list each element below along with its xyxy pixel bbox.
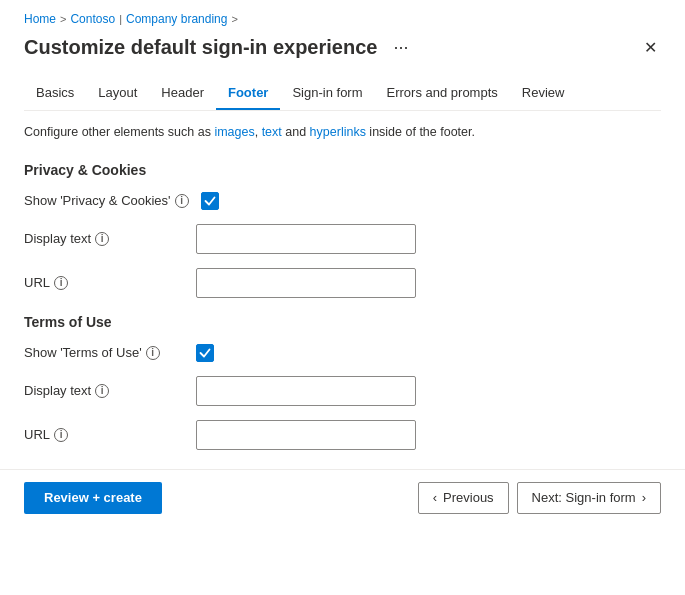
terms-display-text-row: Display text i [24,376,661,406]
terms-show-label: Show 'Terms of Use' i [24,345,184,360]
tab-basics[interactable]: Basics [24,77,86,110]
breadcrumb-home[interactable]: Home [24,12,56,26]
privacy-url-label: URL i [24,275,184,290]
next-chevron-icon: › [642,490,646,505]
privacy-display-text-input[interactable] [196,224,416,254]
terms-display-text-label: Display text i [24,383,184,398]
main-content: Configure other elements such as images,… [24,123,661,526]
terms-show-info-icon[interactable]: i [146,346,160,360]
info-text: Configure other elements such as images,… [24,123,661,142]
footer-bar: Review + create ‹ Previous Next: Sign-in… [0,469,685,526]
privacy-display-text-label: Display text i [24,231,184,246]
privacy-display-info-icon[interactable]: i [95,232,109,246]
terms-display-info-icon[interactable]: i [95,384,109,398]
terms-url-row: URL i [24,420,661,450]
breadcrumb-sep3: > [231,13,237,25]
privacy-url-info-icon[interactable]: i [54,276,68,290]
info-text-link[interactable]: text [262,125,282,139]
terms-display-text-input[interactable] [196,376,416,406]
privacy-show-label: Show 'Privacy & Cookies' i [24,193,189,208]
previous-chevron-icon: ‹ [433,490,437,505]
tab-header[interactable]: Header [149,77,216,110]
nav-buttons: ‹ Previous Next: Sign-in form › [418,482,661,514]
close-button[interactable]: ✕ [640,34,661,61]
terms-url-input[interactable] [196,420,416,450]
privacy-cookies-section: Privacy & Cookies Show 'Privacy & Cookie… [24,162,661,298]
breadcrumb: Home > Contoso | Company branding > [24,12,661,26]
terms-of-use-section: Terms of Use Show 'Terms of Use' i Displ… [24,314,661,450]
privacy-url-row: URL i [24,268,661,298]
breadcrumb-sep1: > [60,13,66,25]
next-label: Next: Sign-in form [532,490,636,505]
privacy-display-text-row: Display text i [24,224,661,254]
breadcrumb-company-branding[interactable]: Company branding [126,12,227,26]
terms-of-use-title: Terms of Use [24,314,661,330]
ellipsis-button[interactable]: ··· [387,35,414,60]
breadcrumb-sep2: | [119,13,122,25]
privacy-url-input[interactable] [196,268,416,298]
privacy-cookies-title: Privacy & Cookies [24,162,661,178]
page-title: Customize default sign-in experience [24,36,377,59]
info-images-link[interactable]: images [214,125,254,139]
tab-signin-form[interactable]: Sign-in form [280,77,374,110]
terms-show-checkbox[interactable] [196,344,214,362]
tab-footer[interactable]: Footer [216,77,280,110]
terms-show-row: Show 'Terms of Use' i [24,344,661,362]
privacy-show-checkbox[interactable] [201,192,219,210]
title-row: Customize default sign-in experience ···… [24,34,661,61]
next-button[interactable]: Next: Sign-in form › [517,482,661,514]
privacy-show-row: Show 'Privacy & Cookies' i [24,192,661,210]
tab-errors-prompts[interactable]: Errors and prompts [375,77,510,110]
breadcrumb-contoso[interactable]: Contoso [70,12,115,26]
privacy-show-info-icon[interactable]: i [175,194,189,208]
tabs-bar: Basics Layout Header Footer Sign-in form… [24,77,661,111]
terms-url-info-icon[interactable]: i [54,428,68,442]
tab-layout[interactable]: Layout [86,77,149,110]
review-create-button[interactable]: Review + create [24,482,162,514]
previous-button[interactable]: ‹ Previous [418,482,509,514]
tab-review[interactable]: Review [510,77,577,110]
previous-label: Previous [443,490,494,505]
info-hyperlinks-link[interactable]: hyperlinks [310,125,366,139]
terms-url-label: URL i [24,427,184,442]
